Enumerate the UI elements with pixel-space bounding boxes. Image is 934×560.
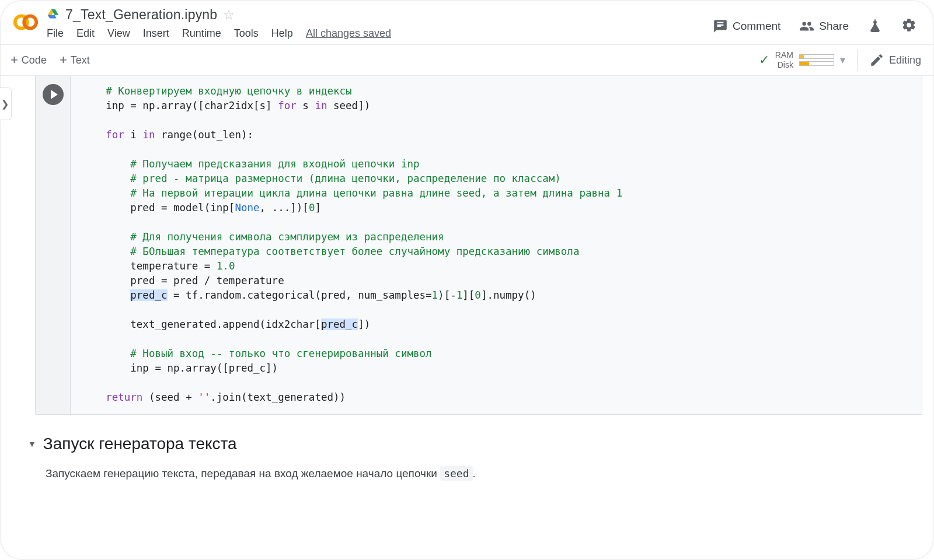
comment-button[interactable]: Comment — [713, 19, 780, 34]
colab-logo — [11, 7, 41, 37]
pencil-icon — [869, 52, 884, 68]
ram-bar — [799, 54, 834, 59]
disk-bar — [799, 61, 834, 66]
share-button[interactable]: Share — [799, 19, 849, 34]
code-cell[interactable]: # Конвертируем входную цепочку в индексы… — [35, 76, 922, 415]
menu-edit[interactable]: Edit — [76, 27, 95, 40]
section-header[interactable]: ▼ Запуск генератора текста — [28, 435, 934, 453]
menu-insert[interactable]: Insert — [143, 27, 169, 40]
menu-help[interactable]: Help — [271, 27, 293, 40]
inline-code-seed: seed — [440, 466, 472, 481]
top-actions: Comment Share — [713, 7, 923, 35]
add-text-cell-button[interactable]: +Text — [60, 54, 90, 66]
cell-gutter — [36, 76, 71, 414]
doc-title[interactable]: 7_Text_Generation.ipynb — [65, 7, 217, 23]
code-editor[interactable]: # Конвертируем входную цепочку в индексы… — [71, 76, 922, 414]
menu-runtime[interactable]: Runtime — [182, 27, 221, 40]
sidebar-expand-handle[interactable]: ❯ — [0, 88, 12, 120]
menu-file[interactable]: File — [47, 27, 64, 40]
ram-label: RAM — [775, 50, 793, 60]
menu-bar: File Edit View Insert Runtime Tools Help… — [47, 24, 713, 40]
comment-icon — [713, 19, 728, 34]
header: 7_Text_Generation.ipynb ☆ File Edit View… — [0, 0, 934, 40]
people-icon — [799, 19, 814, 34]
drive-icon — [47, 8, 60, 22]
resource-indicator[interactable]: ✓ RAM Disk ▾ — [759, 50, 845, 70]
save-status[interactable]: All changes saved — [306, 27, 391, 40]
star-icon[interactable]: ☆ — [223, 8, 235, 23]
collapse-triangle-icon[interactable]: ▼ — [28, 439, 36, 449]
menu-tools[interactable]: Tools — [234, 27, 259, 40]
section-paragraph: Запускаем генерацию текста, передавая на… — [28, 453, 934, 480]
connected-check-icon: ✓ — [759, 52, 769, 68]
run-cell-button[interactable] — [43, 84, 64, 105]
toolbar: +Code +Text ✓ RAM Disk ▾ Editing — [0, 44, 934, 76]
divider — [857, 50, 858, 71]
disk-label: Disk — [775, 60, 793, 70]
resource-dropdown-icon[interactable]: ▾ — [840, 54, 845, 66]
menu-view[interactable]: View — [107, 27, 130, 40]
editing-mode-button[interactable]: Editing — [869, 52, 921, 68]
flask-icon[interactable] — [867, 18, 883, 35]
text-cell: ▼ Запуск генератора текста Запускаем ген… — [0, 415, 934, 480]
section-title: Запуск генератора текста — [43, 435, 237, 453]
add-code-cell-button[interactable]: +Code — [11, 54, 47, 66]
gear-icon[interactable] — [901, 18, 916, 35]
